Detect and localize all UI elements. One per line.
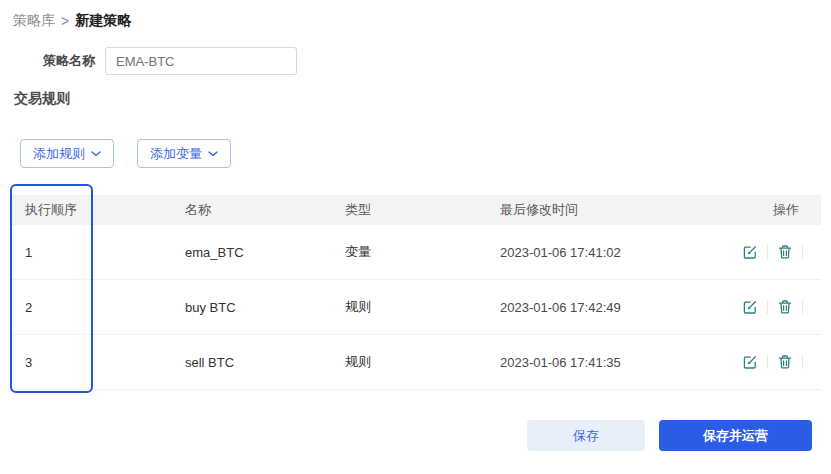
strategy-name-input[interactable] xyxy=(105,47,297,75)
cell-name: sell BTC xyxy=(185,355,345,370)
delete-button[interactable] xyxy=(777,354,793,370)
edit-icon xyxy=(742,299,758,315)
action-divider xyxy=(767,355,768,369)
strategy-name-row: 策略名称 xyxy=(0,47,297,75)
toolbar: 添加规则 添加变量 xyxy=(20,139,231,168)
edit-icon xyxy=(742,354,758,370)
cell-modified: 2023-01-06 17:41:02 xyxy=(500,245,730,260)
edit-button[interactable] xyxy=(742,244,758,260)
cell-name: ema_BTC xyxy=(185,245,345,260)
action-divider xyxy=(802,245,803,259)
cell-order: 1 xyxy=(10,245,185,260)
add-rule-label: 添加规则 xyxy=(33,145,85,163)
action-divider xyxy=(767,300,768,314)
table-header-row: 执行顺序 名称 类型 最后修改时间 操作 xyxy=(10,195,821,225)
table-row: 2 buy BTC 规则 2023-01-06 17:42:49 xyxy=(10,280,821,335)
table-body: 1 ema_BTC 变量 2023-01-06 17:41:02 xyxy=(10,225,821,390)
trash-icon xyxy=(777,299,793,315)
edit-button[interactable] xyxy=(742,354,758,370)
column-header-name: 名称 xyxy=(185,201,345,219)
cell-modified: 2023-01-06 17:41:35 xyxy=(500,355,730,370)
breadcrumb-separator: > xyxy=(61,13,69,29)
rules-table: 执行顺序 名称 类型 最后修改时间 操作 1 ema_BTC 变量 2023-0… xyxy=(10,195,821,390)
cell-order: 3 xyxy=(10,355,185,370)
cell-type: 变量 xyxy=(345,243,500,261)
action-divider xyxy=(802,355,803,369)
cell-actions xyxy=(730,244,821,260)
cell-actions xyxy=(730,354,821,370)
strategy-name-label: 策略名称 xyxy=(0,52,105,70)
cell-modified: 2023-01-06 17:42:49 xyxy=(500,300,730,315)
footer-actions: 保存 保存并运营 xyxy=(527,420,812,451)
table-row: 3 sell BTC 规则 2023-01-06 17:41:35 xyxy=(10,335,821,390)
new-strategy-page: 策略库 > 新建策略 策略名称 交易规则 添加规则 添加变量 执行顺序 名称 类… xyxy=(0,0,831,474)
edit-icon xyxy=(742,244,758,260)
cell-name: buy BTC xyxy=(185,300,345,315)
save-button[interactable]: 保存 xyxy=(527,420,645,451)
trash-icon xyxy=(777,244,793,260)
add-variable-button[interactable]: 添加变量 xyxy=(137,139,231,168)
edit-button[interactable] xyxy=(742,299,758,315)
chevron-down-icon xyxy=(91,151,101,157)
column-header-modified: 最后修改时间 xyxy=(500,201,730,219)
add-variable-label: 添加变量 xyxy=(150,145,202,163)
cell-actions xyxy=(730,299,821,315)
add-rule-button[interactable]: 添加规则 xyxy=(20,139,114,168)
column-header-type: 类型 xyxy=(345,201,500,219)
cell-order: 2 xyxy=(10,300,185,315)
cell-type: 规则 xyxy=(345,353,500,371)
breadcrumb: 策略库 > 新建策略 xyxy=(13,12,131,30)
trash-icon xyxy=(777,354,793,370)
cell-type: 规则 xyxy=(345,298,500,316)
breadcrumb-strategy-library[interactable]: 策略库 xyxy=(13,12,55,30)
trading-rules-title: 交易规则 xyxy=(14,90,70,108)
page-title: 新建策略 xyxy=(75,12,131,30)
column-header-actions: 操作 xyxy=(730,201,821,219)
action-divider xyxy=(767,245,768,259)
save-and-run-button[interactable]: 保存并运营 xyxy=(659,420,812,451)
action-divider xyxy=(802,300,803,314)
chevron-down-icon xyxy=(208,151,218,157)
delete-button[interactable] xyxy=(777,299,793,315)
delete-button[interactable] xyxy=(777,244,793,260)
column-header-order: 执行顺序 xyxy=(10,201,185,219)
table-row: 1 ema_BTC 变量 2023-01-06 17:41:02 xyxy=(10,225,821,280)
